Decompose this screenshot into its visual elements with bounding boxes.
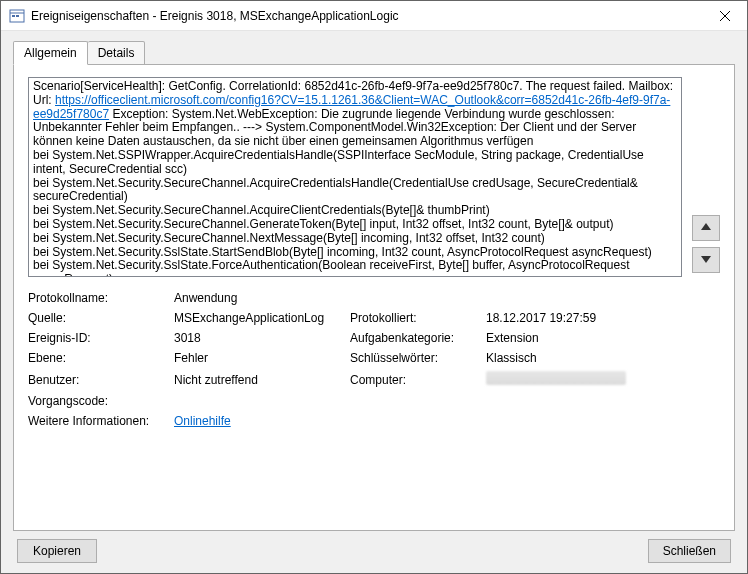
source-label: Quelle: [28, 311, 168, 325]
next-event-button[interactable] [692, 247, 720, 273]
event-id-label: Ereignis-ID: [28, 331, 168, 345]
description-url-link[interactable]: https://officeclient.microsoft.com/confi… [33, 93, 670, 121]
log-name-value: Anwendung [174, 291, 720, 305]
keywords-label: Schlüsselwörter: [350, 351, 480, 365]
properties-grid: Protokollname: Anwendung Quelle: MSExcha… [28, 291, 720, 428]
online-help-link[interactable]: Onlinehilfe [174, 414, 231, 428]
event-properties-window: Ereigniseigenschaften - Ereignis 3018, M… [0, 0, 748, 574]
prev-event-button[interactable] [692, 215, 720, 241]
task-category-value: Extension [486, 331, 720, 345]
level-value: Fehler [174, 351, 344, 365]
close-icon [720, 11, 730, 21]
event-description-box[interactable]: Scenario[ServiceHealth]: GetConfig. Corr… [28, 77, 682, 277]
redacted-value [486, 371, 626, 385]
tab-general[interactable]: Allgemein [13, 41, 88, 65]
arrow-down-icon [700, 253, 712, 268]
keywords-value: Klassisch [486, 351, 720, 365]
user-label: Benutzer: [28, 373, 168, 387]
event-icon [9, 8, 25, 24]
level-label: Ebene: [28, 351, 168, 365]
close-button[interactable]: Schließen [648, 539, 731, 563]
window-title: Ereigniseigenschaften - Ereignis 3018, M… [31, 9, 702, 23]
client-area: Allgemein Details Scenario[ServiceHealth… [1, 31, 747, 573]
tab-details[interactable]: Details [88, 41, 146, 65]
nav-buttons [692, 77, 720, 277]
logged-value: 18.12.2017 19:27:59 [486, 311, 720, 325]
titlebar: Ereigniseigenschaften - Ereignis 3018, M… [1, 1, 747, 31]
copy-button[interactable]: Kopieren [17, 539, 97, 563]
user-value: Nicht zutreffend [174, 373, 344, 387]
more-info-label: Weitere Informationen: [28, 414, 168, 428]
tab-strip: Allgemein Details [13, 41, 735, 65]
computer-value [486, 371, 720, 388]
dialog-button-bar: Kopieren Schließen [13, 531, 735, 567]
source-value: MSExchangeApplicationLog [174, 311, 344, 325]
svg-marker-7 [701, 256, 711, 263]
svg-marker-6 [701, 223, 711, 230]
log-name-label: Protokollname: [28, 291, 168, 305]
more-info-value: Onlinehilfe [174, 414, 720, 428]
description-row: Scenario[ServiceHealth]: GetConfig. Corr… [28, 77, 720, 277]
arrow-up-icon [700, 221, 712, 236]
svg-rect-2 [12, 15, 15, 17]
event-id-value: 3018 [174, 331, 344, 345]
computer-label: Computer: [350, 373, 480, 387]
opcode-label: Vorgangscode: [28, 394, 168, 408]
logged-label: Protokolliert: [350, 311, 480, 325]
window-close-button[interactable] [702, 1, 747, 31]
tab-panel-general: Scenario[ServiceHealth]: GetConfig. Corr… [13, 64, 735, 531]
task-category-label: Aufgabenkategorie: [350, 331, 480, 345]
svg-rect-3 [16, 15, 19, 17]
